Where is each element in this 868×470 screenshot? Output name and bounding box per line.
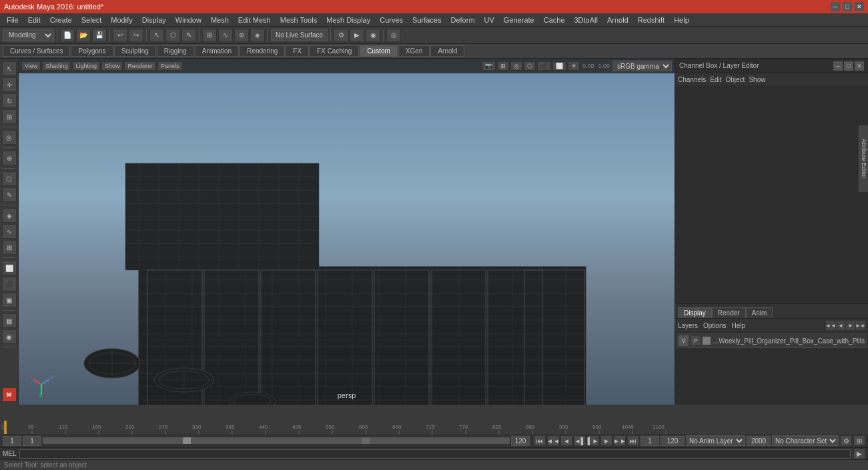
layer-scroll-first[interactable]: ◄◄ (826, 321, 835, 330)
maximize-button[interactable]: □ (843, 2, 852, 11)
play-fwd-btn[interactable]: ▌► (587, 435, 599, 446)
lasso-select-btn[interactable]: ⬡ (2, 171, 17, 186)
menu-mesh[interactable]: Mesh (207, 15, 233, 25)
vp-texture-btn[interactable]: ⬜ (552, 61, 566, 71)
mel-input[interactable] (19, 449, 851, 459)
select-tool-btn[interactable]: ↖ (149, 29, 164, 42)
tab-arnold[interactable]: Arnold (430, 45, 464, 57)
vp-cam-btn[interactable]: 📷 (482, 61, 496, 71)
vp-smooth-btn[interactable]: ◎ (510, 61, 522, 71)
layers-menu[interactable]: Layers (678, 322, 698, 329)
scale-tool-btn[interactable]: ⊞ (2, 109, 17, 124)
menu-curves[interactable]: Curves (376, 15, 407, 25)
render-btn[interactable]: ▶ (350, 29, 364, 42)
tab-polygons[interactable]: Polygons (71, 45, 113, 57)
menu-generate[interactable]: Generate (500, 15, 538, 25)
menu-edit-mesh[interactable]: Edit Mesh (234, 15, 275, 25)
cb-channels-menu[interactable]: Channels (678, 76, 706, 83)
mel-execute-btn[interactable]: ▶ (853, 449, 865, 459)
layer-scroll-last[interactable]: ►► (856, 321, 865, 330)
tab-anim[interactable]: Anim (746, 307, 773, 318)
vp-grid-btn[interactable]: ⊞ (497, 61, 509, 71)
tab-custom[interactable]: Custom (360, 45, 397, 57)
viewport[interactable]: View Shading Lighting Show Renderer Pane… (19, 59, 675, 405)
paint-tool-btn[interactable]: ✎ (181, 29, 196, 42)
cb-show-menu[interactable]: Show (749, 76, 765, 83)
select-mode-btn[interactable]: ↖ (2, 61, 17, 76)
layer-p-toggle[interactable]: P (691, 336, 700, 345)
move-tool-btn[interactable]: ✛ (2, 77, 17, 92)
attribute-editor-tab[interactable]: Attribute Editor (859, 125, 868, 192)
range-slider[interactable] (43, 437, 510, 444)
menu-window[interactable]: Window (171, 15, 205, 25)
snap-points-btn[interactable]: ◈ (2, 208, 17, 223)
vp-shading-menu[interactable]: Shading (42, 61, 71, 71)
vp-panels-menu[interactable]: Panels (157, 61, 183, 71)
soft-select-btn[interactable]: ◎ (2, 130, 17, 145)
playback-settings-btn[interactable]: ⊞ (853, 435, 865, 446)
no-live-surface-btn[interactable]: No Live Surface (271, 29, 328, 41)
anim-settings-btn[interactable]: ⚙ (840, 435, 852, 446)
range-end-handle[interactable] (362, 437, 370, 444)
close-button[interactable]: ✕ (855, 2, 864, 11)
start-frame-input[interactable] (23, 436, 41, 446)
redo-btn[interactable]: ↪ (129, 29, 143, 42)
menu-redshift[interactable]: Redshift (634, 15, 669, 25)
goto-start-btn[interactable]: ⏮ (534, 435, 546, 446)
menu-surfaces[interactable]: Surfaces (408, 15, 445, 25)
isolate-select-btn[interactable]: ⬜ (2, 261, 17, 275)
vp-light-btn[interactable]: ☀ (568, 61, 580, 71)
anim-layer-select[interactable]: No Anim Layer (686, 435, 745, 446)
vp-renderer-menu[interactable]: Renderer (124, 61, 156, 71)
tab-sculpting[interactable]: Sculpting (114, 45, 156, 57)
cb-object-menu[interactable]: Object (726, 76, 745, 83)
vp-lighting-menu[interactable]: Lighting (72, 61, 100, 71)
menu-file[interactable]: File (3, 15, 23, 25)
menu-edit[interactable]: Edit (24, 15, 45, 25)
char-set-input[interactable] (747, 436, 771, 446)
menu-create[interactable]: Create (46, 15, 76, 25)
cb-float-btn[interactable]: □ (844, 61, 853, 71)
menu-cache[interactable]: Cache (540, 15, 569, 25)
snap-grid-btn[interactable]: ⊞ (202, 29, 217, 42)
play-back-btn[interactable]: ◄▌ (574, 435, 586, 446)
cb-close-btn[interactable]: ✕ (855, 61, 864, 71)
menu-display[interactable]: Display (138, 15, 170, 25)
save-scene-btn[interactable]: 💾 (92, 29, 107, 42)
show-manipulator-btn[interactable]: ⊕ (2, 151, 17, 165)
cb-edit-menu[interactable]: Edit (710, 76, 721, 83)
new-scene-btn[interactable]: 📄 (60, 29, 75, 42)
tab-rendering[interactable]: Rendering (240, 45, 285, 57)
snap-point-btn[interactable]: ⊕ (234, 29, 249, 42)
tab-fx[interactable]: FX (286, 45, 309, 57)
paint-select-btn[interactable]: ✎ (2, 187, 17, 202)
minimize-button[interactable]: ─ (831, 2, 840, 11)
cb-minimize-btn[interactable]: ─ (833, 61, 843, 71)
frame-sel-btn[interactable]: ▣ (2, 293, 17, 307)
menu-arnold[interactable]: Arnold (603, 15, 632, 25)
menu-select[interactable]: Select (77, 15, 106, 25)
vp-solid-btn[interactable]: ⬛ (537, 61, 551, 71)
snap-curve-btn2[interactable]: ∿ (2, 224, 17, 239)
layer-scroll-prev[interactable]: ◄ (836, 321, 845, 330)
prev-frame-btn[interactable]: ◄ (560, 435, 572, 446)
snap-grid-btn2[interactable]: ⊞ (2, 240, 17, 255)
tab-render[interactable]: Render (712, 307, 746, 318)
menu-help[interactable]: Help (670, 15, 693, 25)
menu-mesh-display[interactable]: Mesh Display (322, 15, 374, 25)
render-region-btn[interactable]: ▦ (2, 313, 17, 328)
tab-display[interactable]: Display (678, 307, 712, 318)
tab-xgen[interactable]: XGen (398, 45, 430, 57)
frame-all-btn[interactable]: ⬛ (2, 277, 17, 291)
current-frame-input[interactable] (3, 436, 21, 446)
next-key-btn[interactable]: ►► (614, 435, 626, 446)
end-frame-input[interactable] (511, 436, 530, 446)
ipr-btn[interactable]: ◉ (366, 29, 380, 42)
tab-rigging[interactable]: Rigging (157, 45, 194, 57)
prev-key-btn[interactable]: ◄◄ (547, 435, 559, 446)
layer-visibility-toggle[interactable]: V (679, 335, 689, 346)
vp-view-menu[interactable]: View (21, 61, 41, 71)
snap-curve-btn[interactable]: ∿ (218, 29, 233, 42)
tab-fx-caching[interactable]: FX Caching (310, 45, 359, 57)
menu-deform[interactable]: Deform (446, 15, 478, 25)
